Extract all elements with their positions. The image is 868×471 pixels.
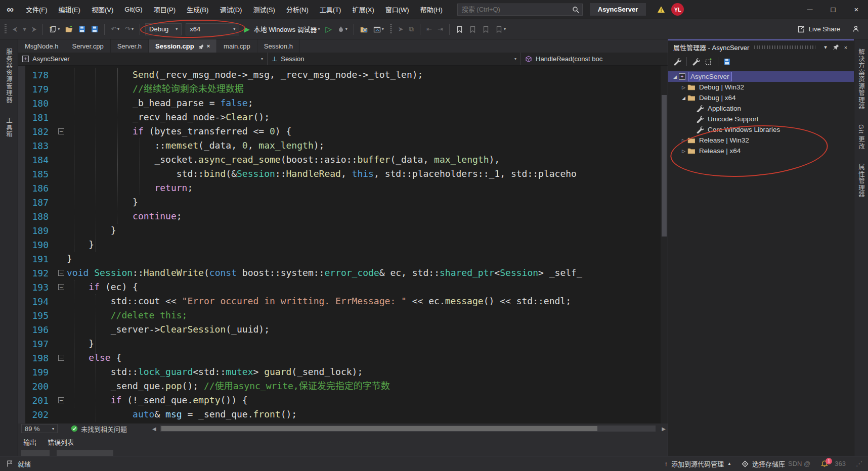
code-text[interactable]: //delete this; (67, 308, 187, 322)
code-text[interactable]: std::cout << "Error occured in writting.… (67, 294, 571, 308)
previous-bookmark-icon[interactable] (468, 24, 478, 34)
menu-item-12[interactable]: 帮助(H) (415, 0, 448, 19)
tree-item-core-windows-libraries[interactable]: Core Windows Libraries (668, 124, 854, 135)
add-to-source-control-button[interactable]: ↑ 添加到源代码管理 ▲ (665, 459, 731, 468)
hscroll-right-arrow[interactable]: ▶ (662, 426, 666, 432)
save-button[interactable] (77, 24, 86, 34)
menu-item-9[interactable]: 工具(T) (314, 0, 347, 19)
clear-bookmarks-icon[interactable]: ▾ (494, 24, 507, 34)
vertical-scrollbar[interactable] (661, 66, 668, 423)
tree-item-asyncserver[interactable]: ◢+AsyncServer (668, 71, 854, 82)
code-text[interactable]: void Session::HandleWrite(const boost::s… (67, 266, 582, 280)
save-all-button[interactable] (90, 24, 99, 34)
menu-item-3[interactable]: Git(G) (119, 0, 148, 19)
tab-pin-icon[interactable] (198, 43, 203, 49)
code-text[interactable]: auto& msg = _send_que.front(); (67, 407, 297, 421)
toggle-bookmark-icon[interactable] (455, 24, 464, 34)
tree-item-release-x64[interactable]: ▷Release | x64 (668, 146, 854, 156)
panel-pin-icon[interactable] (831, 43, 841, 51)
menu-item-7[interactable]: 测试(S) (247, 0, 280, 19)
live-share-label[interactable]: Live Share (809, 25, 840, 33)
select-pointer-icon[interactable]: ➤ (397, 24, 405, 34)
fold-margin[interactable]: – (56, 270, 67, 276)
navigate-back-dropdown[interactable]: ▾ (22, 24, 27, 34)
solution-name-badge[interactable]: AsyncServer (590, 3, 646, 16)
toolbar-grip[interactable] (390, 24, 392, 34)
left-strip-tab-0[interactable]: 服务器资源管理器 (4, 43, 14, 108)
document-health-indicator[interactable]: 未找到相关问题 (71, 424, 127, 434)
tree-expander[interactable]: ▷ (680, 85, 687, 90)
right-strip-tab-2[interactable]: 属性管理器 (856, 159, 866, 203)
code-text[interactable]: } (67, 252, 72, 266)
fold-margin[interactable]: – (56, 397, 67, 403)
code-text[interactable]: } (67, 337, 94, 351)
select-repository-button[interactable]: 选择存储库 (742, 459, 785, 468)
menu-item-0[interactable]: 文件(F) (20, 0, 53, 19)
fold-collapse-box[interactable]: – (58, 128, 64, 134)
new-item-button[interactable]: ▾ (48, 24, 61, 34)
search-input[interactable] (458, 6, 569, 13)
tab-close-icon[interactable]: × (207, 43, 210, 49)
find-in-files-icon[interactable] (359, 24, 369, 34)
tab-server-cpp[interactable]: Server.cpp (65, 39, 110, 53)
minimize-button[interactable]: ─ (798, 0, 821, 19)
tab-session-h[interactable]: Session.h (257, 39, 300, 53)
code-text[interactable]: if (ec) { (67, 280, 138, 294)
decrease-indent-icon[interactable]: ⇤ (425, 24, 433, 34)
code-text[interactable]: if (!_send_que.empty()) { (67, 393, 248, 407)
code-text[interactable]: else { (67, 351, 121, 365)
configuration-dropdown[interactable]: Debug▾ (145, 23, 182, 35)
user-avatar[interactable]: YL (671, 3, 684, 16)
fold-collapse-box[interactable]: – (58, 284, 64, 290)
code-text[interactable]: continue; (67, 209, 182, 223)
menu-item-11[interactable]: 窗口(W) (380, 0, 415, 19)
undo-button[interactable]: ↶▾ (110, 24, 120, 34)
panel-position-dropdown[interactable]: ▾ (820, 44, 831, 51)
navigate-forward-button[interactable]: ⮞ (31, 24, 37, 35)
navigate-back-button[interactable]: ⮜ (12, 24, 18, 35)
tree-item-unicode-support[interactable]: Unicode Support (668, 114, 854, 124)
close-button[interactable]: × (845, 0, 868, 19)
code-text[interactable]: //继续轮询剩余未处理数据 (67, 82, 244, 96)
bottom-tab-output[interactable]: 输出 (21, 436, 38, 448)
tree-expander[interactable]: ▷ (680, 149, 687, 154)
code-text[interactable]: return; (67, 181, 193, 195)
breadcrumb-member-dropdown[interactable]: HandleRead(const boc (521, 53, 668, 65)
code-text[interactable]: _send_que.pop(); //使用async_write,保证发完指定的… (67, 379, 390, 393)
code-text[interactable]: if (bytes_transferred <= 0) { (67, 124, 291, 138)
start-debugging-button[interactable]: ▶ 本地 Windows 调试器▾ (243, 23, 321, 35)
save-property-sheet-icon[interactable] (723, 58, 731, 66)
properties-wrench-icon[interactable] (673, 58, 681, 66)
code-text[interactable]: _socket.async_read_some(boost::asio::buf… (67, 153, 500, 167)
next-bookmark-icon[interactable] (481, 24, 491, 34)
add-existing-property-sheet-icon[interactable] (705, 58, 713, 66)
solution-explorer-sync-icon[interactable]: ▾ (372, 24, 385, 34)
tree-item-application[interactable]: Application (668, 103, 854, 114)
breadcrumb-project-dropdown[interactable]: + AsyncServer ▾ (18, 53, 267, 65)
hscroll-left-arrow[interactable]: ◀ (152, 426, 156, 432)
fold-margin[interactable]: – (56, 284, 67, 290)
resize-grip[interactable]: ⋰ (856, 460, 862, 467)
fold-collapse-box[interactable]: – (58, 270, 64, 276)
code-text[interactable]: _recv_head_node->Clear(); (67, 110, 270, 124)
menu-item-6[interactable]: 调试(D) (214, 0, 247, 19)
error-list-window-stub[interactable] (57, 450, 113, 456)
maximize-button[interactable]: □ (821, 0, 845, 19)
tree-expander[interactable]: ◢ (671, 74, 679, 79)
panel-header[interactable]: 属性管理器 - AsyncServer ▾ × (668, 40, 854, 54)
vertical-scrollbar-thumb[interactable] (662, 95, 667, 237)
tab-msgnode-h[interactable]: MsgNode.h (18, 39, 65, 53)
tab-session-cpp[interactable]: Session.cpp× (149, 39, 217, 53)
add-new-project-property-sheet-icon[interactable] (692, 58, 700, 66)
menu-item-1[interactable]: 编辑(E) (53, 0, 86, 19)
quick-search-box[interactable] (457, 4, 583, 16)
menu-item-2[interactable]: 视图(V) (86, 0, 119, 19)
fold-collapse-box[interactable]: – (58, 397, 64, 403)
menu-item-5[interactable]: 生成(B) (181, 0, 214, 19)
code-text[interactable]: std::bind(&Session::HandleRead, this, st… (67, 167, 577, 181)
breadcrumb-type-dropdown[interactable]: ⊥ Session ▾ (268, 53, 520, 65)
warning-icon[interactable] (657, 6, 665, 13)
fold-margin[interactable]: – (56, 355, 67, 361)
redo-button[interactable]: ↷▾ (124, 24, 135, 34)
code-editor[interactable]: 178 Send(_recv_msg_node->_msg, _recv_msg… (18, 66, 668, 423)
